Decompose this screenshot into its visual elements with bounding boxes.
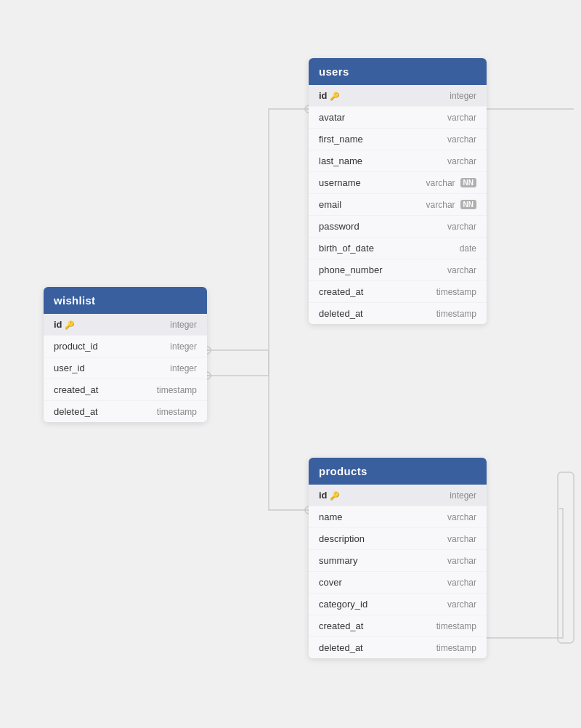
col-name: avatar: [319, 112, 345, 123]
col-name: first_name: [319, 134, 363, 145]
table-row: password varchar: [309, 216, 487, 238]
col-name: created_at: [54, 384, 98, 395]
table-row: product_id integer: [44, 336, 207, 357]
table-row: id 🔑 integer: [309, 485, 487, 506]
col-type: varchar: [447, 556, 476, 566]
col-type: integer: [170, 320, 197, 330]
col-type: integer: [450, 490, 476, 501]
col-type: varchar: [447, 156, 476, 166]
col-type: varchar: [447, 534, 476, 544]
col-name: summary: [319, 555, 357, 566]
col-name: id 🔑: [54, 319, 75, 330]
table-products: products id 🔑 integer name varchar descr…: [309, 458, 487, 658]
table-row: created_at timestamp: [44, 379, 207, 401]
col-name: deleted_at: [54, 406, 98, 417]
col-type: timestamp: [436, 621, 476, 631]
col-type: timestamp: [436, 287, 476, 297]
col-type: timestamp: [157, 407, 197, 417]
canvas: users id 🔑 integer avatar varchar first_…: [0, 0, 581, 728]
table-products-title: products: [319, 465, 367, 477]
col-name: id 🔑: [319, 90, 340, 101]
col-type: timestamp: [436, 309, 476, 319]
col-name: name: [319, 511, 343, 522]
col-type: varchar: [447, 599, 476, 610]
col-name: last_name: [319, 155, 362, 166]
table-row: description varchar: [309, 528, 487, 550]
col-type: varchar NN: [426, 178, 476, 188]
col-name: id 🔑: [319, 490, 340, 501]
col-name: category_id: [319, 599, 367, 610]
table-row: created_at timestamp: [309, 615, 487, 637]
col-type: varchar: [447, 134, 476, 145]
col-type: varchar: [447, 113, 476, 123]
col-type: integer: [450, 91, 476, 101]
table-products-header: products: [309, 458, 487, 485]
col-name: cover: [319, 577, 342, 588]
table-row: summary varchar: [309, 550, 487, 572]
col-name: deleted_at: [319, 308, 363, 319]
col-name: user_id: [54, 363, 85, 373]
table-row: deleted_at timestamp: [44, 401, 207, 422]
col-type: date: [460, 243, 476, 254]
table-row: name varchar: [309, 506, 487, 528]
table-row: cover varchar: [309, 572, 487, 594]
table-wishlist-title: wishlist: [54, 294, 95, 307]
table-row: birth_of_date date: [309, 238, 487, 259]
col-type: integer: [170, 341, 197, 352]
table-users: users id 🔑 integer avatar varchar first_…: [309, 58, 487, 324]
table-wishlist: wishlist id 🔑 integer product_id integer…: [44, 287, 207, 422]
table-users-title: users: [319, 65, 349, 78]
table-row: category_id varchar: [309, 594, 487, 615]
col-type: integer: [170, 363, 197, 373]
col-type: timestamp: [157, 385, 197, 395]
col-type: varchar: [447, 512, 476, 522]
col-name: created_at: [319, 286, 363, 297]
svg-rect-4: [558, 472, 574, 643]
col-name: deleted_at: [319, 642, 363, 653]
col-name: phone_number: [319, 264, 382, 275]
table-row: username varchar NN: [309, 172, 487, 194]
table-row: avatar varchar: [309, 107, 487, 129]
col-name: email: [319, 199, 341, 210]
col-type: varchar NN: [426, 200, 476, 210]
table-row: deleted_at timestamp: [309, 303, 487, 324]
table-row: email varchar NN: [309, 194, 487, 216]
col-type: varchar: [447, 578, 476, 588]
col-name: username: [319, 177, 361, 188]
col-type: varchar: [447, 222, 476, 232]
col-name: description: [319, 533, 365, 544]
col-name: password: [319, 221, 359, 232]
table-row: id 🔑 integer: [44, 314, 207, 336]
col-name: product_id: [54, 341, 98, 352]
table-users-header: users: [309, 58, 487, 85]
col-type: varchar: [447, 265, 476, 275]
table-row: phone_number varchar: [309, 259, 487, 281]
col-type: timestamp: [436, 643, 476, 653]
table-row: last_name varchar: [309, 150, 487, 172]
col-name: created_at: [319, 620, 363, 631]
table-row: user_id integer: [44, 357, 207, 379]
table-wishlist-header: wishlist: [44, 287, 207, 314]
col-name: birth_of_date: [319, 243, 374, 254]
table-row: id 🔑 integer: [309, 85, 487, 107]
table-row: first_name varchar: [309, 129, 487, 150]
table-row: deleted_at timestamp: [309, 637, 487, 658]
table-row: created_at timestamp: [309, 281, 487, 303]
